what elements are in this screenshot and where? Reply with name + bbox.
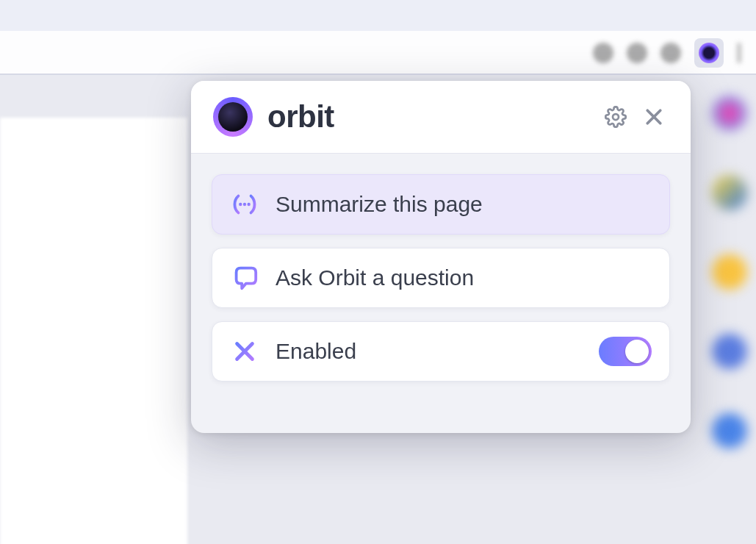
page-content-blur <box>0 118 187 544</box>
browser-side-column <box>708 96 752 448</box>
svg-point-4 <box>243 203 246 206</box>
toggle-knob <box>625 340 649 363</box>
orbit-extension-button[interactable] <box>694 38 724 68</box>
popup-header: orbit <box>191 81 691 154</box>
gear-icon <box>605 106 627 128</box>
side-shortcut-4[interactable] <box>712 413 747 448</box>
x-icon <box>230 337 259 366</box>
browser-menu-icon[interactable] <box>737 43 741 63</box>
chat-bubble-icon <box>230 263 259 293</box>
svg-point-0 <box>613 114 619 120</box>
browser-tab-strip <box>0 0 756 31</box>
browser-toolbar <box>0 31 756 75</box>
svg-point-3 <box>239 203 242 206</box>
extension-icon-2[interactable] <box>627 43 647 63</box>
popup-body: Summarize this page Ask Orbit a question <box>191 154 691 433</box>
orbit-logo-icon <box>699 43 719 63</box>
profile-avatar[interactable] <box>712 96 747 131</box>
ask-label: Ask Orbit a question <box>276 265 474 290</box>
enabled-label: Enabled <box>276 339 599 364</box>
svg-point-5 <box>248 203 251 206</box>
settings-button[interactable] <box>601 102 630 132</box>
enabled-toggle[interactable] <box>599 337 652 366</box>
parentheses-dots-icon <box>230 190 259 219</box>
side-shortcut-2[interactable] <box>712 254 747 290</box>
extension-icon-3[interactable] <box>660 43 681 63</box>
extension-icon-1[interactable] <box>593 43 613 63</box>
summarize-label: Summarize this page <box>276 192 483 217</box>
summarize-page-button[interactable]: Summarize this page <box>212 174 670 235</box>
brand-name: orbit <box>267 99 334 135</box>
close-button[interactable] <box>639 102 669 132</box>
enabled-row: Enabled <box>212 321 670 382</box>
orbit-logo-icon <box>213 97 253 137</box>
close-icon <box>643 106 665 128</box>
side-shortcut-1[interactable] <box>712 175 747 210</box>
side-shortcut-3[interactable] <box>712 334 747 369</box>
ask-question-button[interactable]: Ask Orbit a question <box>212 248 670 308</box>
orbit-popup: orbit <box>191 81 691 433</box>
extension-icons-group <box>593 38 741 68</box>
